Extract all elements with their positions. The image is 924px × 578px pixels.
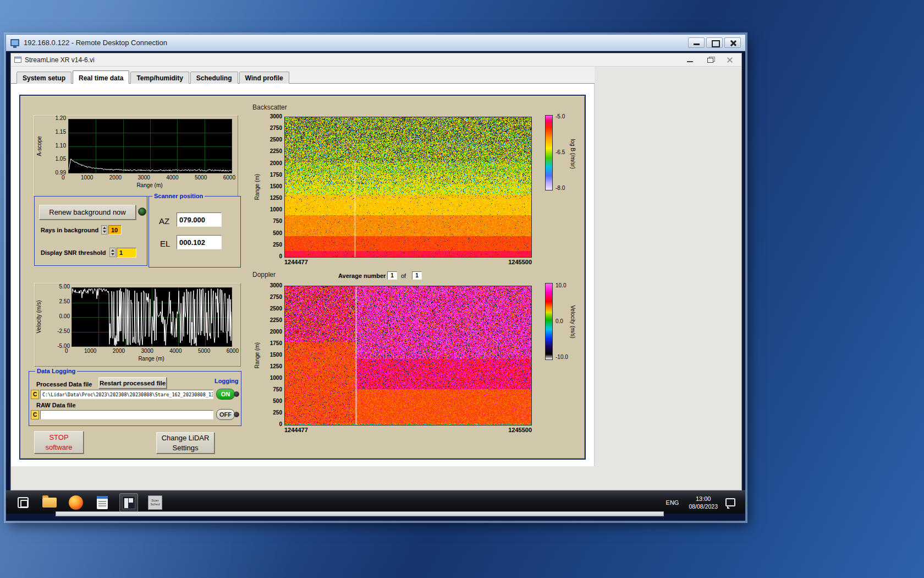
rays-in-background-label: Rays in background <box>41 227 98 233</box>
snr-stepper[interactable] <box>109 248 116 257</box>
clock[interactable]: 13:00 08/08/2023 <box>689 495 718 510</box>
az-value-field[interactable]: 079.000 <box>177 212 222 227</box>
tick-label: 4000 <box>166 175 178 181</box>
tick-label: 2250 <box>270 149 282 154</box>
logging-label: Logging <box>213 378 240 384</box>
processed-data-file-label: Processed Data file <box>36 381 92 388</box>
tab-real-time-data[interactable]: Real time data <box>73 70 129 84</box>
rays-value-field[interactable]: 10 <box>108 225 122 235</box>
streamline-app-button[interactable] <box>119 493 138 512</box>
backscatter-colorbar-ticks: -5.0-6.5-8.0 <box>556 114 565 191</box>
app-window-title: StreamLine XR v14-6.vi <box>25 56 95 64</box>
tick-label: 0 <box>279 422 282 427</box>
app-window-controls <box>682 55 738 65</box>
maximize-button[interactable] <box>706 37 723 48</box>
app-restore-button[interactable] <box>702 55 718 65</box>
tick-label: 1750 <box>270 172 282 178</box>
x-first-label: 1244477 <box>284 259 308 265</box>
rdp-horizontal-scrollbar[interactable] <box>56 511 664 516</box>
snr-value-field[interactable]: 1 <box>117 248 136 258</box>
vi-icon <box>14 57 21 63</box>
task-view-icon <box>18 497 29 508</box>
rdp-window-title: 192.168.0.122 - Remote Desktop Connectio… <box>24 39 167 47</box>
tick-label: 2750 <box>270 126 282 131</box>
stop-software-button[interactable]: STOP software <box>34 431 84 454</box>
tick-label: 2000 <box>270 329 282 335</box>
x-last-label: 1245500 <box>508 427 532 433</box>
tick-label: 5.00 <box>59 284 70 290</box>
tick-label: 2000 <box>270 161 282 166</box>
scan-scheduler-button[interactable]: Scan Sched <box>146 493 164 512</box>
stop-button-line1: STOP <box>49 433 68 443</box>
rdp-window-controls <box>688 37 741 48</box>
backscatter-heatmap-canvas <box>284 117 532 258</box>
close-button[interactable] <box>724 37 741 48</box>
tick-label: 2250 <box>270 318 282 323</box>
firefox-button[interactable] <box>67 493 85 512</box>
firefox-icon <box>69 495 83 510</box>
raw-path-field[interactable] <box>40 410 213 419</box>
ascope-x-axis-title: Range (m) <box>68 182 231 188</box>
close-icon <box>733 40 734 47</box>
raw-logging-toggle[interactable]: OFF <box>216 409 235 420</box>
tick-label: 5000 <box>198 348 210 354</box>
el-value-field[interactable]: 000.102 <box>177 235 222 249</box>
tick-label: 4000 <box>169 348 182 354</box>
backscatter-colorbar <box>545 115 553 190</box>
lidar-panel: 1.201.151.101.050.99 A-scope 01000200030… <box>19 95 586 460</box>
processed-path-field[interactable]: C:\Lidar\Data\Proc\2023\202308\20230808\… <box>40 390 213 399</box>
toggle-pip-icon <box>234 391 239 397</box>
task-view-button[interactable] <box>14 493 32 512</box>
tab-wind-profile[interactable]: Wind profile <box>239 72 289 84</box>
tick-label: 3000 <box>270 283 282 288</box>
app-minimize-button[interactable] <box>682 55 698 65</box>
tick-label: 1000 <box>270 207 282 212</box>
tab-bar: System setup Real time data Temp/humidit… <box>11 67 595 84</box>
rays-stepper[interactable] <box>101 225 107 235</box>
doppler-y-axis: 3000275025002250200017501500125010007505… <box>264 283 282 427</box>
tick-label: 500 <box>273 231 282 236</box>
decrement-icon <box>103 231 106 233</box>
tab-scheduling[interactable]: Scheduling <box>190 72 238 84</box>
tick-label: 250 <box>273 410 282 416</box>
x-first-label: 1244477 <box>284 427 308 433</box>
scanner-position-group <box>148 196 241 268</box>
tick-label: 1000 <box>84 348 96 354</box>
el-label: EL <box>160 239 170 248</box>
minimize-button[interactable] <box>688 37 705 48</box>
tick-label: 3000 <box>138 175 150 181</box>
tab-temp-humidity[interactable]: Temp/humidity <box>130 72 189 84</box>
processed-drive-box[interactable]: C <box>31 390 39 399</box>
off-label: OFF <box>219 411 232 418</box>
average-number-field[interactable]: 1 <box>387 271 397 280</box>
tick-label: 6000 <box>223 175 235 181</box>
doppler-y-axis-title: Range (m) <box>254 328 261 383</box>
tick-label: 2500 <box>270 137 282 143</box>
restart-processed-file-button[interactable]: Restart processed file <box>98 377 167 389</box>
tick-label: 0 <box>279 254 282 259</box>
tab-system-setup[interactable]: System setup <box>16 72 72 84</box>
doppler-title: Doppler <box>252 271 276 279</box>
renew-background-button[interactable]: Renew background now <box>39 205 136 220</box>
average-count-field[interactable]: 1 <box>412 271 422 280</box>
tick-label: 1250 <box>270 364 282 369</box>
change-lidar-settings-button[interactable]: Change LiDAR Settings <box>156 432 215 454</box>
document-icon <box>97 496 108 509</box>
taskbar-tray: ENG 13:00 08/08/2023 <box>662 495 740 510</box>
notification-center-icon[interactable] <box>725 498 735 506</box>
tick-label: 10.0 <box>556 283 568 288</box>
tick-label: 1250 <box>270 195 282 201</box>
app-close-button[interactable] <box>722 55 738 65</box>
doppler-heatmap-canvas <box>284 286 532 426</box>
tick-label: 500 <box>273 399 282 404</box>
tick-label: -8.0 <box>556 186 565 191</box>
tick-label: 3000 <box>141 348 153 354</box>
processed-logging-toggle[interactable]: ON <box>216 389 235 400</box>
document-app-button[interactable] <box>93 493 112 512</box>
language-indicator[interactable]: ENG <box>662 497 684 509</box>
tick-label: 1500 <box>270 352 282 358</box>
file-explorer-button[interactable] <box>40 493 59 512</box>
remote-desktop-icon <box>10 39 19 46</box>
snr-threshold-label: Display SNR threshold <box>41 249 106 256</box>
raw-drive-box[interactable]: C <box>31 410 39 419</box>
